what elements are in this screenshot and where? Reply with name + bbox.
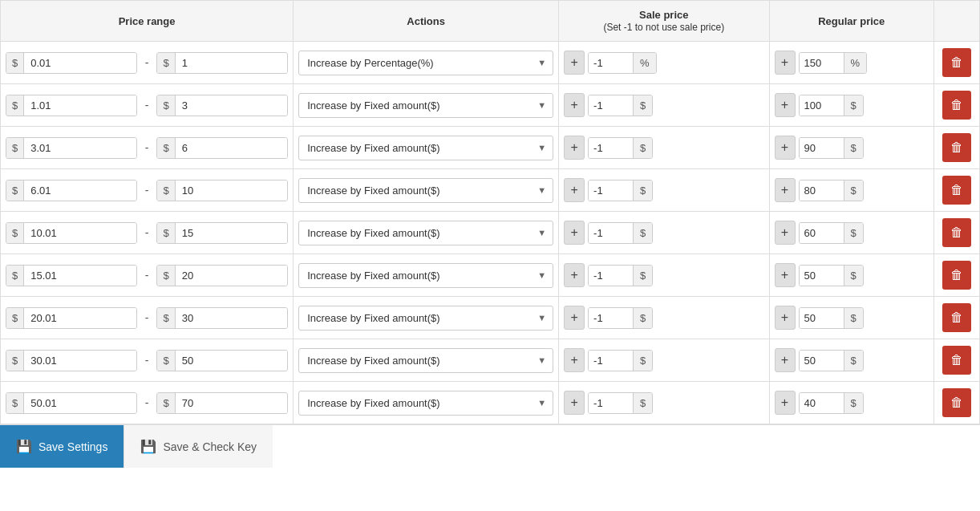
sale-price-wrap: + $: [564, 391, 763, 415]
sale-price-input[interactable]: [589, 223, 633, 243]
to-price-input[interactable]: [176, 180, 288, 201]
sale-price-cell: + $: [559, 254, 769, 297]
regular-input-field: $: [799, 137, 864, 159]
delete-row-button[interactable]: 🗑: [942, 48, 971, 77]
regular-plus-button[interactable]: +: [775, 306, 796, 330]
to-price-input[interactable]: [176, 308, 288, 328]
sale-plus-button[interactable]: +: [564, 348, 585, 372]
price-range-cell: $ - $: [1, 297, 294, 339]
delete-row-button[interactable]: 🗑: [942, 261, 971, 290]
sale-input-field: $: [588, 137, 653, 159]
sale-price-wrap: + $: [564, 178, 763, 202]
sale-price-input[interactable]: [589, 351, 633, 371]
from-price-input[interactable]: [24, 308, 136, 328]
from-price-input[interactable]: [24, 223, 136, 243]
actions-cell: Increase by Percentage(%)Increase by Fix…: [294, 297, 559, 339]
sale-price-input[interactable]: [589, 266, 633, 286]
to-price-input[interactable]: [176, 138, 288, 158]
regular-price-cell: + $: [769, 382, 933, 424]
delete-row-button[interactable]: 🗑: [942, 303, 971, 332]
trash-icon: 🗑: [950, 268, 963, 282]
to-price-input[interactable]: [176, 223, 288, 243]
sale-plus-button[interactable]: +: [564, 93, 585, 117]
action-select[interactable]: Increase by Percentage(%)Increase by Fix…: [299, 306, 553, 330]
regular-price-input[interactable]: [800, 266, 844, 286]
to-price-input[interactable]: [176, 95, 288, 116]
to-dollar-sign: $: [157, 53, 175, 73]
sale-input-field: $: [588, 180, 653, 201]
regular-price-input[interactable]: [800, 351, 844, 371]
table-row: $ - $ Increase by Percentage(%)Increase …: [1, 127, 980, 169]
delete-row-button[interactable]: 🗑: [942, 91, 971, 120]
action-select-wrap: Increase by Percentage(%)Increase by Fix…: [298, 263, 553, 288]
from-price-input[interactable]: [24, 53, 136, 73]
action-select-wrap: Increase by Percentage(%)Increase by Fix…: [298, 178, 553, 203]
to-price-input[interactable]: [176, 393, 288, 413]
from-price-input[interactable]: [24, 95, 136, 116]
sale-price-cell: + %: [559, 42, 769, 84]
action-select[interactable]: Increase by Percentage(%)Increase by Fix…: [299, 221, 553, 245]
from-price-input[interactable]: [24, 138, 136, 158]
actions-cell: Increase by Percentage(%)Increase by Fix…: [294, 382, 559, 424]
regular-plus-button[interactable]: +: [775, 51, 796, 75]
sale-plus-button[interactable]: +: [564, 51, 585, 75]
regular-plus-button[interactable]: +: [775, 93, 796, 117]
regular-price-input[interactable]: [800, 223, 844, 243]
delete-row-button[interactable]: 🗑: [942, 218, 971, 247]
to-price-input[interactable]: [176, 53, 288, 73]
to-price-input[interactable]: [176, 266, 288, 286]
from-dollar-sign: $: [6, 53, 24, 73]
from-price-input[interactable]: [24, 351, 136, 371]
regular-price-input[interactable]: [800, 95, 844, 116]
price-range-cell: $ - $: [1, 212, 294, 254]
action-select[interactable]: Increase by Percentage(%)Increase by Fix…: [299, 51, 553, 75]
regular-price-input[interactable]: [800, 138, 844, 158]
to-price-input[interactable]: [176, 351, 288, 371]
sale-price-input[interactable]: [589, 308, 633, 328]
sale-price-input[interactable]: [589, 53, 633, 73]
regular-plus-button[interactable]: +: [775, 221, 796, 245]
regular-price-input[interactable]: [800, 308, 844, 328]
to-dollar-sign: $: [157, 393, 175, 413]
sale-price-input[interactable]: [589, 95, 633, 116]
delete-row-button[interactable]: 🗑: [942, 388, 971, 417]
sale-plus-button[interactable]: +: [564, 391, 585, 415]
regular-price-cell: + $: [769, 339, 933, 382]
sale-price-cell: + $: [559, 169, 769, 212]
sale-plus-button[interactable]: +: [564, 263, 585, 287]
sale-plus-button[interactable]: +: [564, 221, 585, 245]
from-price-input[interactable]: [24, 180, 136, 201]
sale-unit-label: $: [633, 95, 652, 116]
sale-price-input[interactable]: [589, 138, 633, 158]
regular-plus-button[interactable]: +: [775, 348, 796, 372]
from-price-input[interactable]: [24, 266, 136, 286]
sale-plus-button[interactable]: +: [564, 306, 585, 330]
sale-price-input[interactable]: [589, 180, 633, 201]
action-select-wrap: Increase by Percentage(%)Increase by Fix…: [298, 51, 553, 75]
save-settings-button[interactable]: 💾 Save Settings: [0, 425, 124, 468]
action-select[interactable]: Increase by Percentage(%)Increase by Fix…: [299, 264, 553, 287]
sale-plus-button[interactable]: +: [564, 178, 585, 202]
delete-row-button[interactable]: 🗑: [942, 176, 971, 205]
sale-plus-button[interactable]: +: [564, 136, 585, 160]
from-price-input[interactable]: [24, 393, 136, 413]
regular-price-input[interactable]: [800, 180, 844, 201]
action-select[interactable]: Increase by Percentage(%)Increase by Fix…: [299, 179, 553, 202]
regular-plus-button[interactable]: +: [775, 391, 796, 415]
regular-price-input[interactable]: [800, 393, 844, 413]
action-select[interactable]: Increase by Percentage(%)Increase by Fix…: [299, 94, 553, 117]
sale-input-field: $: [588, 307, 653, 329]
delete-row-button[interactable]: 🗑: [942, 346, 971, 375]
delete-row-button[interactable]: 🗑: [942, 133, 971, 162]
regular-price-input[interactable]: [800, 53, 844, 73]
sale-price-input[interactable]: [589, 393, 633, 413]
action-select[interactable]: Increase by Percentage(%)Increase by Fix…: [299, 391, 553, 415]
regular-plus-button[interactable]: +: [775, 263, 796, 287]
regular-plus-button[interactable]: +: [775, 136, 796, 160]
col-header-delete: [933, 1, 979, 42]
action-select[interactable]: Increase by Percentage(%)Increase by Fix…: [299, 349, 553, 372]
trash-icon: 🗑: [950, 98, 963, 112]
action-select[interactable]: Increase by Percentage(%)Increase by Fix…: [299, 136, 553, 160]
regular-plus-button[interactable]: +: [775, 178, 796, 202]
save-check-key-button[interactable]: 💾 Save & Check Key: [124, 425, 273, 468]
